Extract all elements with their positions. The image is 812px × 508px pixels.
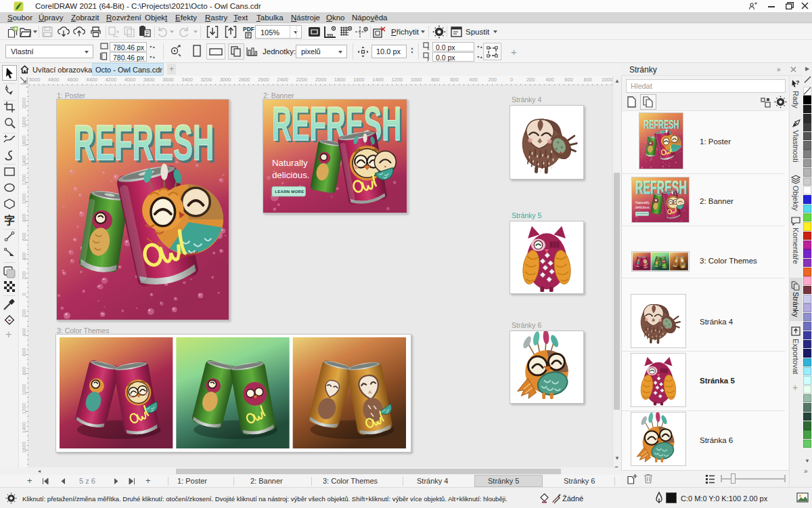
svg-text:?: ?	[796, 79, 800, 86]
svg-text:字: 字	[4, 214, 15, 226]
svg-text:y: y	[427, 56, 430, 62]
svg-text:x: x	[427, 46, 430, 51]
svg-text:PDF: PDF	[243, 26, 254, 33]
